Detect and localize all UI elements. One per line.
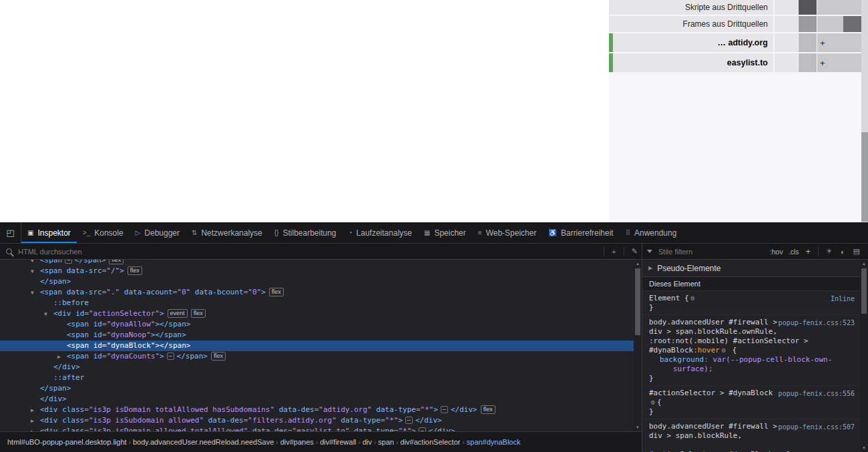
firewall-cell[interactable] xyxy=(799,33,817,52)
expand-inline-button[interactable]: ⋯ xyxy=(405,417,413,424)
firewall-row[interactable]: easylist.to+ xyxy=(609,53,861,72)
firewall-cell[interactable] xyxy=(817,0,861,15)
tab-laufzeitanalyse[interactable]: ◔Laufzeitanalyse xyxy=(343,222,418,243)
event-badge[interactable]: event xyxy=(168,309,188,318)
twisty-icon[interactable]: ▶ xyxy=(29,427,40,431)
stylesheet-link[interactable]: popup-fenix.css:507 xyxy=(779,423,855,432)
gear-icon[interactable]: ⚙ xyxy=(651,399,655,406)
markup-scrollbar-thumb[interactable] xyxy=(635,268,640,335)
print-simulation-button[interactable]: ▤ xyxy=(849,247,864,256)
firewall-cell[interactable]: + xyxy=(817,33,861,52)
pseudo-elements-header[interactable]: ▶ Pseudo-Elemente xyxy=(642,260,860,277)
rule-selector[interactable]: { xyxy=(657,398,662,407)
twisty-icon[interactable]: ▼ xyxy=(43,309,53,320)
firewall-cell[interactable] xyxy=(799,0,817,15)
scroll-down-icon[interactable]: ▼ xyxy=(634,423,642,431)
breadcrumb-item[interactable]: div#firewall xyxy=(318,438,358,446)
rule-selector[interactable]: body.advancedUser #firewall > xyxy=(649,318,777,326)
firewall-cell[interactable]: + xyxy=(817,53,861,72)
add-node-button[interactable]: + xyxy=(608,248,620,256)
markup-row[interactable]: </span> xyxy=(0,276,634,287)
expand-inline-button[interactable]: ⋯ xyxy=(441,406,448,413)
stylesheet-link[interactable]: popup-fenix.css:523 xyxy=(779,318,855,328)
flex-badge[interactable]: flex xyxy=(128,266,142,275)
twisty-icon[interactable]: ▶ xyxy=(29,405,40,416)
light-scheme-button[interactable]: ☀ xyxy=(822,247,837,256)
markup-row[interactable]: ▶<div class="is3p isSubdomain allowed" d… xyxy=(0,415,634,426)
rule-selector[interactable]: div > span.blockRule, xyxy=(649,431,742,440)
flex-badge[interactable]: flex xyxy=(109,260,124,264)
scroll-up-icon[interactable]: ▲ xyxy=(860,260,868,268)
scroll-down-icon[interactable]: ▼ xyxy=(860,444,868,452)
markup-row[interactable]: <span id="dynaBlock"></span> xyxy=(0,341,634,351)
rule-selector[interactable]: :root:not(.mobile) #actionSelector > xyxy=(649,336,808,345)
markup-row[interactable]: ::before xyxy=(0,298,634,308)
breadcrumb-item[interactable]: div#actionSelector xyxy=(399,438,463,446)
markup-row[interactable]: ▶<span id="dynaCounts">⋯</span>flex xyxy=(0,351,634,362)
eyedropper-button[interactable]: ✎ xyxy=(628,247,642,256)
flex-badge[interactable]: flex xyxy=(481,405,495,414)
tab-web-speicher[interactable]: ≡Web-Speicher xyxy=(472,222,543,243)
breadcrumb-item[interactable]: div xyxy=(361,438,374,446)
firewall-cell[interactable] xyxy=(799,53,817,72)
stylesheet-link[interactable]: Inline xyxy=(831,294,855,304)
markup-row[interactable]: ▶<div class="is3p isDomain allowed total… xyxy=(0,426,634,431)
gear-icon[interactable]: ⚙ xyxy=(722,347,726,354)
scroll-up-icon[interactable]: ▲ xyxy=(634,260,642,268)
twisty-icon[interactable]: ▶ xyxy=(56,352,67,363)
tab-netzwerkanalyse[interactable]: ⇅Netzwerkanalyse xyxy=(186,222,268,243)
firewall-cell[interactable] xyxy=(775,53,798,72)
html-search-input[interactable] xyxy=(17,247,600,256)
tab-barrierefreiheit[interactable]: ♿Barrierefreiheit xyxy=(542,222,619,243)
firewall-row[interactable]: … adtidy.org+ xyxy=(609,33,861,52)
page-scrollbar-thumb[interactable] xyxy=(861,132,868,222)
hover-pseudo-toggle[interactable]: :hov xyxy=(767,246,786,257)
markup-row[interactable]: <span id="dynaNoop"></span> xyxy=(0,330,634,341)
pick-element-button[interactable]: ◰ xyxy=(0,222,21,243)
breadcrumb-item[interactable]: span#dynaBlock xyxy=(465,438,523,446)
markup-row[interactable]: ▼<span⋯</span>flex xyxy=(0,260,634,266)
rule-selector[interactable]: body.advancedUser #firewall > xyxy=(649,422,777,431)
breadcrumb-item[interactable]: span xyxy=(376,438,396,446)
firewall-row[interactable]: Skripte aus Drittquellen xyxy=(609,0,861,15)
markup-row[interactable]: ▶<div class="is3p isDomain totalAllowed … xyxy=(0,405,634,415)
page-scrollbar[interactable] xyxy=(861,0,868,222)
tab-debugger[interactable]: ▷Debugger xyxy=(130,222,186,243)
firewall-row[interactable]: Frames aus Drittquellen xyxy=(609,16,861,32)
rule-selector[interactable]: #dynaBlock xyxy=(649,346,693,355)
markup-row[interactable]: ::after xyxy=(0,373,634,383)
tab-speicher[interactable]: ▦Speicher xyxy=(418,222,472,243)
firewall-cell[interactable] xyxy=(817,16,861,32)
twisty-icon[interactable]: ▶ xyxy=(29,416,40,427)
flex-badge[interactable]: flex xyxy=(191,309,206,318)
css-property-name[interactable]: background xyxy=(660,355,704,364)
class-toggle[interactable]: .cls xyxy=(786,246,802,257)
breadcrumb-item[interactable]: body.advancedUser.needReload.needSave xyxy=(131,438,276,446)
markup-row[interactable]: <span id="dynaAllow"></span> xyxy=(0,319,634,330)
rules-scrollbar[interactable]: ▲ ▼ xyxy=(860,260,868,452)
flex-badge[interactable]: flex xyxy=(211,352,226,361)
markup-row[interactable]: </div> xyxy=(0,362,634,373)
stylesheet-link[interactable]: popup-fenix.css:556 xyxy=(779,389,855,399)
flex-badge[interactable]: flex xyxy=(269,288,284,296)
twisty-icon[interactable]: ▼ xyxy=(29,266,40,277)
markup-row[interactable]: ▼<div id="actionSelector">eventflex xyxy=(0,308,634,319)
markup-row[interactable]: </div> xyxy=(0,394,634,405)
firewall-cell[interactable] xyxy=(799,16,817,32)
breadcrumb-item[interactable]: html#uBO-popup-panel.desktop.light xyxy=(5,438,129,446)
expand-inline-button[interactable]: ⋯ xyxy=(65,260,72,264)
markup-row[interactable]: ▼<span data-src="." data-acount="0" data… xyxy=(0,287,634,298)
gear-icon[interactable]: ⚙ xyxy=(691,294,695,302)
markup-row[interactable]: </span> xyxy=(0,383,634,394)
markup-scrollbar[interactable]: ▲ ▼ xyxy=(634,260,642,431)
breadcrumb-item[interactable]: div#panes xyxy=(278,438,316,446)
firewall-cell[interactable] xyxy=(775,33,798,52)
add-rule-button[interactable]: + xyxy=(801,246,815,256)
rules-scrollbar-thumb[interactable] xyxy=(861,268,867,314)
tab-konsole[interactable]: >_Konsole xyxy=(77,222,130,243)
firewall-cell[interactable] xyxy=(775,16,798,32)
rule-selector[interactable]: div > span.blockRule.ownRule, xyxy=(649,327,777,336)
tab-anwendung[interactable]: ⠿Anwendung xyxy=(620,222,683,243)
rule-selector[interactable]: { xyxy=(728,346,736,355)
dark-scheme-button[interactable]: ◐ xyxy=(837,248,849,256)
